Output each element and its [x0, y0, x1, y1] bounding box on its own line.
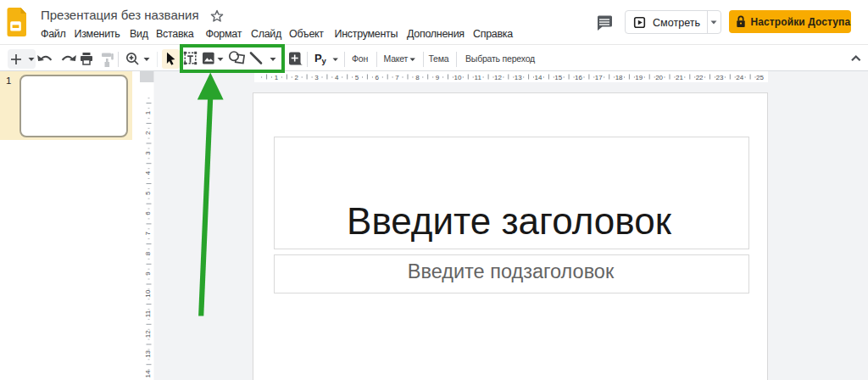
- svg-text:12: 12: [144, 330, 152, 338]
- svg-text:20: 20: [655, 74, 663, 81]
- svg-text:16: 16: [575, 74, 582, 81]
- svg-text:1: 1: [144, 110, 152, 115]
- svg-text:5: 5: [144, 191, 152, 195]
- svg-text:14: 14: [535, 74, 542, 81]
- svg-text:3: 3: [144, 151, 152, 155]
- svg-text:7: 7: [144, 231, 152, 235]
- svg-text:19: 19: [635, 74, 643, 81]
- svg-text:24: 24: [736, 74, 743, 81]
- svg-text:13: 13: [144, 349, 152, 357]
- svg-text:6: 6: [144, 211, 152, 215]
- svg-text:22: 22: [696, 74, 704, 81]
- svg-text:13: 13: [515, 74, 522, 81]
- svg-text:10: 10: [144, 289, 152, 297]
- svg-text:14: 14: [144, 370, 152, 377]
- svg-text:2: 2: [144, 131, 152, 135]
- svg-text:6: 6: [376, 74, 380, 81]
- svg-text:2: 2: [294, 74, 298, 81]
- svg-text:8: 8: [415, 74, 420, 81]
- svg-text:11: 11: [475, 74, 482, 81]
- svg-text:9: 9: [436, 74, 440, 81]
- svg-text:23: 23: [715, 74, 723, 81]
- svg-text:17: 17: [595, 74, 603, 81]
- svg-text:4: 4: [335, 74, 339, 81]
- svg-text:4: 4: [144, 170, 152, 175]
- svg-text:25: 25: [756, 74, 764, 81]
- svg-text:12: 12: [494, 74, 502, 81]
- svg-text:15: 15: [554, 74, 562, 81]
- svg-text:21: 21: [676, 74, 683, 81]
- svg-text:3: 3: [314, 74, 319, 81]
- svg-text:18: 18: [615, 74, 623, 81]
- svg-text:9: 9: [144, 271, 152, 276]
- svg-text:11: 11: [144, 310, 152, 317]
- svg-text:10: 10: [453, 74, 461, 81]
- svg-text:5: 5: [355, 74, 359, 81]
- svg-text:7: 7: [395, 74, 399, 81]
- svg-text:1: 1: [275, 74, 279, 81]
- svg-text:8: 8: [144, 251, 152, 255]
